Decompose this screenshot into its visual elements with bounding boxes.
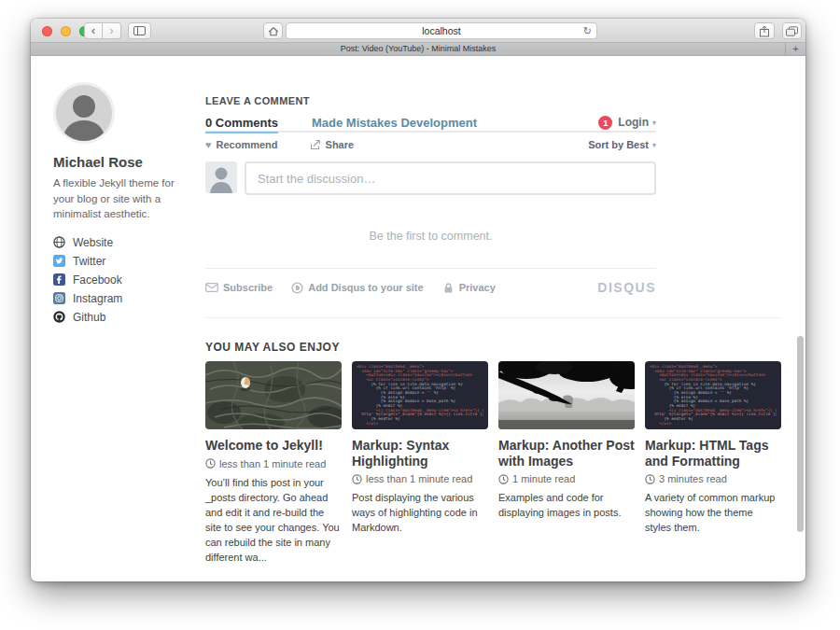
- login-label: Login: [618, 116, 649, 129]
- post-excerpt: Examples and code for displaying images …: [498, 490, 635, 520]
- disqus-logo[interactable]: DISQUS: [597, 280, 656, 295]
- tab-bar: Post: Video (YouTube) - Minimal Mistakes…: [31, 43, 805, 56]
- empty-comments-message: Be the first to comment.: [205, 230, 656, 244]
- share-label: Share: [326, 139, 355, 150]
- history-nav: ‹ ›: [84, 22, 121, 39]
- instagram-icon: [53, 292, 65, 304]
- share-menu[interactable]: Share: [310, 139, 355, 150]
- minimize-window-button[interactable]: [61, 26, 71, 36]
- post-thumbnail-moss[interactable]: [205, 361, 342, 429]
- disqus-footer: Subscribe Add Disqus to your site Privac…: [205, 280, 656, 295]
- post-thumbnail-fog[interactable]: [498, 361, 635, 429]
- privacy-label: Privacy: [459, 282, 496, 293]
- related-post-card: Markup: Another Post with Images 1 minut…: [498, 361, 635, 565]
- chevron-right-icon: ›: [110, 24, 114, 38]
- sidebar-toggle-button[interactable]: [128, 22, 151, 39]
- add-disqus-label: Add Disqus to your site: [308, 282, 423, 293]
- sidebar-link-website[interactable]: Website: [53, 233, 197, 252]
- related-post-card: Welcome to Jekyll! less than 1 minute re…: [205, 361, 342, 565]
- forward-button[interactable]: ›: [103, 22, 121, 39]
- home-icon: [268, 26, 279, 36]
- disqus-header: 0 Comments Made Mistakes Development 1 L…: [205, 116, 656, 133]
- sidebar-link-twitter[interactable]: Twitter: [53, 252, 197, 271]
- clock-icon: [498, 474, 509, 484]
- heart-icon: ♥: [205, 139, 212, 150]
- post-title-link[interactable]: Welcome to Jekyll!: [205, 438, 342, 454]
- page-content: Michael Rose A flexible Jekyll theme for…: [31, 56, 805, 581]
- lock-icon: [442, 282, 455, 294]
- author-sidebar: Michael Rose A flexible Jekyll theme for…: [53, 82, 197, 327]
- read-time-label: less than 1 minute read: [366, 473, 472, 484]
- github-icon: [53, 311, 65, 323]
- url-text: localhost: [422, 25, 460, 36]
- back-button[interactable]: ‹: [84, 22, 103, 39]
- divider: [205, 268, 656, 269]
- post-excerpt: Post displaying the various ways of high…: [352, 490, 488, 535]
- comment-input[interactable]: [245, 161, 656, 195]
- clock-icon: [205, 458, 216, 469]
- subscribe-link[interactable]: Subscribe: [205, 282, 273, 293]
- tab-comment-count[interactable]: 0 Comments: [205, 116, 278, 130]
- post-excerpt: You’ll find this post in your _posts dir…: [205, 475, 342, 565]
- chevron-left-icon: ‹: [91, 24, 95, 38]
- sidebar-icon: [133, 26, 146, 35]
- show-all-tabs-button[interactable]: [782, 22, 802, 39]
- notification-badge[interactable]: 1: [598, 116, 612, 130]
- read-time: 3 minutes read: [645, 473, 781, 484]
- reload-icon[interactable]: ↻: [583, 23, 592, 38]
- tab-forum-name[interactable]: Made Mistakes Development: [312, 116, 477, 130]
- active-tab[interactable]: Post: Video (YouTube) - Minimal Mistakes: [341, 44, 497, 53]
- read-time-label: 1 minute read: [512, 473, 575, 484]
- post-title-link[interactable]: Markup: Another Post with Images: [498, 438, 635, 469]
- author-links: Website Twitter Facebook Instagram Githu…: [53, 233, 197, 327]
- close-window-button[interactable]: [42, 26, 52, 36]
- sidebar-link-label: Facebook: [73, 273, 122, 287]
- home-button[interactable]: [263, 22, 283, 39]
- share-icon: [759, 25, 770, 37]
- address-bar[interactable]: localhost ↻: [286, 22, 597, 39]
- clock-icon: [352, 474, 362, 484]
- sidebar-link-label: Twitter: [73, 255, 105, 268]
- tabs-icon: [786, 26, 798, 36]
- post-title-link[interactable]: Markup: HTML Tags and Formatting: [645, 438, 781, 469]
- globe-icon: [53, 236, 65, 248]
- post-thumbnail-code[interactable]: <div class="masthead__menu"> <nav id="si…: [352, 361, 488, 429]
- related-heading: YOU MAY ALSO ENJOY: [205, 341, 782, 354]
- chevron-down-icon: ▾: [652, 119, 656, 127]
- sidebar-link-label: Github: [73, 311, 105, 324]
- author-avatar: [53, 82, 115, 144]
- post-excerpt: A variety of common markup showing how t…: [645, 490, 781, 535]
- new-tab-button[interactable]: +: [785, 43, 805, 55]
- related-posts-section: YOU MAY ALSO ENJOY: [205, 341, 782, 565]
- sort-label: Sort by Best: [588, 139, 649, 150]
- facebook-icon: [53, 273, 65, 286]
- post-title-link[interactable]: Markup: Syntax Highlighting: [352, 438, 488, 469]
- disqus-actions-row: ♥ Recommend Share Sort by Best ▾: [205, 139, 656, 150]
- login-menu[interactable]: 1 Login ▾: [598, 116, 656, 130]
- share-button[interactable]: [754, 22, 775, 39]
- author-bio: A flexible Jekyll theme for your blog or…: [53, 175, 197, 222]
- add-disqus-link[interactable]: Add Disqus to your site: [291, 282, 423, 294]
- comments-section: LEAVE A COMMENT 0 Comments Made Mistakes…: [205, 95, 656, 295]
- privacy-link[interactable]: Privacy: [442, 282, 496, 294]
- read-time-label: less than 1 minute read: [219, 458, 326, 469]
- window-controls: [42, 26, 90, 36]
- post-thumbnail-code[interactable]: <div class="masthead__menu"> <nav id="si…: [645, 361, 781, 429]
- subscribe-label: Subscribe: [223, 282, 273, 293]
- clock-icon: [645, 474, 655, 484]
- recommend-button[interactable]: ♥ Recommend: [205, 139, 278, 150]
- sort-menu[interactable]: Sort by Best ▾: [588, 139, 656, 150]
- sidebar-link-github[interactable]: Github: [53, 308, 197, 327]
- comment-composer: [205, 161, 656, 195]
- scrollbar-thumb[interactable]: [797, 336, 804, 532]
- sidebar-link-facebook[interactable]: Facebook: [53, 271, 197, 289]
- related-cards: Welcome to Jekyll! less than 1 minute re…: [205, 361, 782, 565]
- read-time: 1 minute read: [498, 473, 635, 484]
- related-post-card: <div class="masthead__menu"> <nav id="si…: [352, 361, 488, 565]
- browser-toolbar: ‹ › localhost ↻: [31, 19, 805, 43]
- author-name: Michael Rose: [53, 154, 197, 170]
- sidebar-link-instagram[interactable]: Instagram: [53, 289, 197, 308]
- sidebar-link-label: Instagram: [73, 292, 122, 305]
- recommend-label: Recommend: [217, 139, 278, 150]
- twitter-icon: [53, 255, 65, 267]
